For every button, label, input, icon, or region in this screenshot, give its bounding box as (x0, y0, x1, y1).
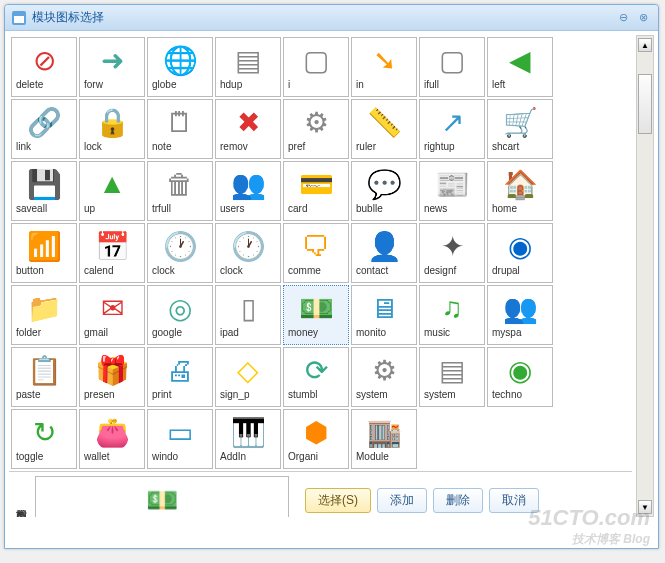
icon-label: hdup (216, 79, 280, 90)
icon-grid: ⊘delete➜forw🌐globe▤hdup▢i➘in▢ifull◀left🔗… (9, 35, 632, 471)
music-icon: ♫ (434, 290, 470, 326)
icon-cell-ruler[interactable]: 📏ruler (351, 99, 417, 159)
icon-cell-print[interactable]: 🖨print (147, 347, 213, 407)
icon-cell-lock[interactable]: 🔒lock (79, 99, 145, 159)
icon-cell-monito[interactable]: 🖥monito (351, 285, 417, 345)
icon-label: techno (488, 389, 552, 400)
scroll-track[interactable] (638, 54, 652, 498)
icon-cell-clock[interactable]: 🕐clock (147, 223, 213, 283)
icon-cell-news[interactable]: 📰news (419, 161, 485, 221)
icon-cell-myspa[interactable]: 👥myspa (487, 285, 553, 345)
icon-cell-music[interactable]: ♫music (419, 285, 485, 345)
icon-cell-remov[interactable]: ✖remov (215, 99, 281, 159)
icon-cell-comme[interactable]: 🗨comme (283, 223, 349, 283)
icon-cell-money[interactable]: 💵money (283, 285, 349, 345)
icon-cell-up[interactable]: ▲up (79, 161, 145, 221)
icon-cell-hdup[interactable]: ▤hdup (215, 37, 281, 97)
icon-label: gmail (80, 327, 144, 338)
icon-cell-AddIn[interactable]: 🎹AddIn (215, 409, 281, 469)
icon-label: myspa (488, 327, 552, 338)
icon-cell-Module[interactable]: 🏬Module (351, 409, 417, 469)
icon-cell-folder[interactable]: 📁folder (11, 285, 77, 345)
icon-cell-pref[interactable]: ⚙pref (283, 99, 349, 159)
icon-label: windo (148, 451, 212, 462)
select-button[interactable]: 选择(S) (305, 488, 371, 513)
minimize-button[interactable]: ⊖ (614, 10, 632, 26)
icon-label: home (488, 203, 552, 214)
icon-cell-globe[interactable]: 🌐globe (147, 37, 213, 97)
icon-cell-i[interactable]: ▢i (283, 37, 349, 97)
icon-cell-calend[interactable]: 📅calend (79, 223, 145, 283)
icon-label: system (352, 389, 416, 400)
icon-label: left (488, 79, 552, 90)
lock-icon: 🔒 (94, 104, 130, 140)
stumble-icon: ⟳ (298, 352, 334, 388)
icon-cell-designf[interactable]: ✦designf (419, 223, 485, 283)
icon-cell-users[interactable]: 👥users (215, 161, 281, 221)
icon-label: remov (216, 141, 280, 152)
icon-cell-gmail[interactable]: ✉gmail (79, 285, 145, 345)
close-button[interactable]: ⊗ (634, 10, 652, 26)
icon-label: monito (352, 327, 416, 338)
icon-cell-link[interactable]: 🔗link (11, 99, 77, 159)
icon-cell-clock[interactable]: 🕐clock (215, 223, 281, 283)
icon-cell-windo[interactable]: ▭windo (147, 409, 213, 469)
icon-cell-home[interactable]: 🏠home (487, 161, 553, 221)
home-icon: 🏠 (502, 166, 538, 202)
icon-cell-sign_p[interactable]: ◇sign_p (215, 347, 281, 407)
icon-cell-card[interactable]: 💳card (283, 161, 349, 221)
scroll-down-button[interactable]: ▼ (638, 500, 652, 514)
icon-cell-stumbl[interactable]: ⟳stumbl (283, 347, 349, 407)
icon-cell-contact[interactable]: 👤contact (351, 223, 417, 283)
icon-cell-saveall[interactable]: 💾saveall (11, 161, 77, 221)
icon-cell-ifull[interactable]: ▢ifull (419, 37, 485, 97)
clock2-icon: 🕐 (230, 228, 266, 264)
cancel-button[interactable]: 取消 (489, 488, 539, 513)
icon-label: clock (216, 265, 280, 276)
comment-icon: 🗨 (298, 228, 334, 264)
icon-label: drupal (488, 265, 552, 276)
icon-label: paste (12, 389, 76, 400)
icon-cell-system[interactable]: ⚙system (351, 347, 417, 407)
icon-cell-drupal[interactable]: ◉drupal (487, 223, 553, 283)
icon-label: saveall (12, 203, 76, 214)
scroll-up-button[interactable]: ▲ (638, 38, 652, 52)
icon-cell-button[interactable]: 📶button (11, 223, 77, 283)
clock-icon: 🕐 (162, 228, 198, 264)
monitor-icon: 🖥 (366, 290, 402, 326)
icon-label: link (12, 141, 76, 152)
icon-label: pref (284, 141, 348, 152)
gmail-icon: ✉ (94, 290, 130, 326)
icon-cell-toggle[interactable]: ↻toggle (11, 409, 77, 469)
scroll-handle[interactable] (638, 74, 652, 134)
icon-label: button (12, 265, 76, 276)
icon-cell-Organi[interactable]: ⬢Organi (283, 409, 349, 469)
icon-cell-presen[interactable]: 🎁presen (79, 347, 145, 407)
icon-label: contact (352, 265, 416, 276)
icon-cell-system[interactable]: ▤system (419, 347, 485, 407)
sign-icon: ◇ (230, 352, 266, 388)
icon-cell-rightup[interactable]: ↗rightup (419, 99, 485, 159)
icon-cell-left[interactable]: ◀left (487, 37, 553, 97)
icon-cell-in[interactable]: ➘in (351, 37, 417, 97)
icon-cell-trfull[interactable]: 🗑trfull (147, 161, 213, 221)
system-icon: ⚙ (366, 352, 402, 388)
icon-cell-paste[interactable]: 📋paste (11, 347, 77, 407)
icon-cell-note[interactable]: 🗒note (147, 99, 213, 159)
icon-cell-shcart[interactable]: 🛒shcart (487, 99, 553, 159)
news-icon: 📰 (434, 166, 470, 202)
icon-cell-techno[interactable]: ◉techno (487, 347, 553, 407)
icon-cell-bublle[interactable]: 💬bublle (351, 161, 417, 221)
icon-cell-wallet[interactable]: 👛wallet (79, 409, 145, 469)
ifull-icon: ▢ (434, 42, 470, 78)
icon-label: forw (80, 79, 144, 90)
delete-button[interactable]: 删除 (433, 488, 483, 513)
icon-cell-ipad[interactable]: ▯ipad (215, 285, 281, 345)
icon-cell-forw[interactable]: ➜forw (79, 37, 145, 97)
link-icon: 🔗 (26, 104, 62, 140)
icon-cell-google[interactable]: ◎google (147, 285, 213, 345)
app-icon (11, 10, 27, 26)
icon-cell-delete[interactable]: ⊘delete (11, 37, 77, 97)
scrollbar[interactable]: ▲ ▼ (636, 35, 654, 517)
add-button[interactable]: 添加 (377, 488, 427, 513)
